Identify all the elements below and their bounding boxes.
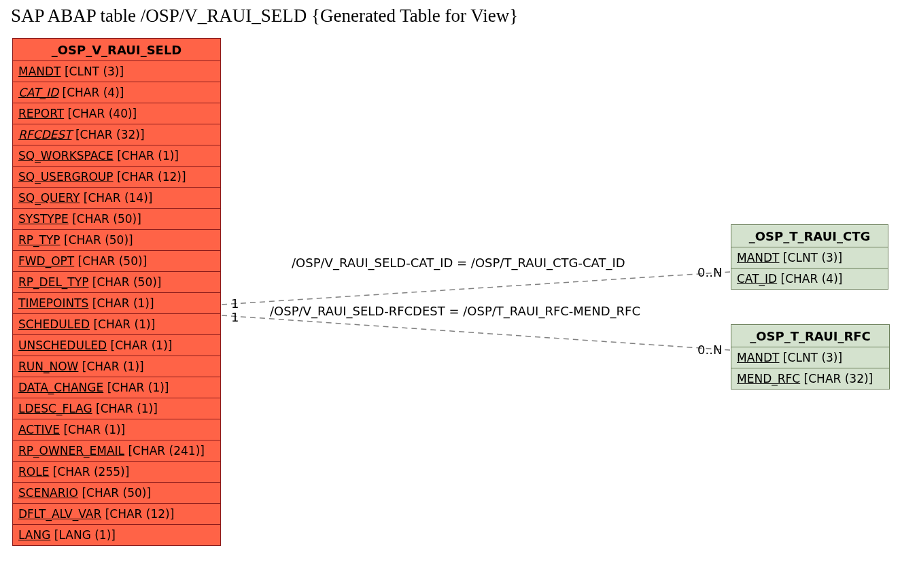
field-row: CAT_ID [CHAR (4)] xyxy=(13,82,220,103)
field-name: SQ_QUERY xyxy=(18,191,80,205)
field-type: [CHAR (1)] xyxy=(96,402,158,415)
field-type: [CLNT (3)] xyxy=(783,351,842,364)
page-title: SAP ABAP table /OSP/V_RAUI_SELD {Generat… xyxy=(11,5,518,27)
field-row: DFLT_ALV_VAR [CHAR (12)] xyxy=(13,504,220,525)
field-row: MANDT [CLNT (3)] xyxy=(13,61,220,82)
cardinality-right-2: 0..N xyxy=(697,343,722,357)
field-name: DFLT_ALV_VAR xyxy=(18,507,101,521)
field-name: REPORT xyxy=(18,107,64,120)
field-type: [CHAR (32)] xyxy=(75,128,145,141)
svg-line-1 xyxy=(222,315,730,350)
field-type: [CHAR (1)] xyxy=(117,149,179,162)
relationship-label-1: /OSP/V_RAUI_SELD-CAT_ID = /OSP/T_RAUI_CT… xyxy=(292,256,625,270)
field-name: SYSTYPE xyxy=(18,212,69,226)
field-name: FWD_OPT xyxy=(18,254,74,268)
entity-header: _OSP_T_RAUI_CTG xyxy=(731,225,888,247)
field-name: CAT_ID xyxy=(737,272,777,286)
field-name: DATA_CHANGE xyxy=(18,381,103,394)
field-type: [CHAR (1)] xyxy=(63,423,125,436)
field-type: [CHAR (50)] xyxy=(78,254,148,268)
field-row: MANDT [CLNT (3)] xyxy=(731,347,889,368)
field-row: MEND_RFC [CHAR (32)] xyxy=(731,368,889,389)
field-type: [CHAR (1)] xyxy=(111,339,173,352)
field-row: UNSCHEDULED [CHAR (1)] xyxy=(13,335,220,356)
field-type: [CHAR (1)] xyxy=(93,317,155,331)
entity-osp-v-raui-seld: _OSP_V_RAUI_SELD MANDT [CLNT (3)]CAT_ID … xyxy=(12,38,221,546)
field-row: SQ_WORKSPACE [CHAR (1)] xyxy=(13,145,220,167)
entity-osp-t-raui-ctg: _OSP_T_RAUI_CTG MANDT [CLNT (3)]CAT_ID [… xyxy=(731,224,888,290)
field-type: [CHAR (12)] xyxy=(105,507,175,521)
field-name: UNSCHEDULED xyxy=(18,339,107,352)
field-row: ACTIVE [CHAR (1)] xyxy=(13,419,220,440)
field-type: [CHAR (14)] xyxy=(84,191,153,205)
field-type: [LANG (1)] xyxy=(54,528,116,542)
field-name: MANDT xyxy=(737,251,780,264)
field-name: LDESC_FLAG xyxy=(18,402,92,415)
field-name: CAT_ID xyxy=(18,86,58,99)
field-type: [CLNT (3)] xyxy=(783,251,842,264)
field-name: RUN_NOW xyxy=(18,360,78,373)
field-row: RP_TYP [CHAR (50)] xyxy=(13,230,220,251)
cardinality-left-2: 1 xyxy=(231,310,239,324)
relationship-label-2: /OSP/V_RAUI_SELD-RFCDEST = /OSP/T_RAUI_R… xyxy=(270,304,640,318)
field-type: [CHAR (241)] xyxy=(128,444,204,457)
field-name: TIMEPOINTS xyxy=(18,296,88,310)
field-row: SCENARIO [CHAR (50)] xyxy=(13,483,220,504)
field-row: ROLE [CHAR (255)] xyxy=(13,462,220,483)
field-name: SCHEDULED xyxy=(18,317,90,331)
field-row: CAT_ID [CHAR (4)] xyxy=(731,269,888,289)
field-row: TIMEPOINTS [CHAR (1)] xyxy=(13,293,220,314)
field-name: RP_OWNER_EMAIL xyxy=(18,444,124,457)
field-name: ACTIVE xyxy=(18,423,60,436)
field-type: [CHAR (32)] xyxy=(804,372,873,385)
field-name: SQ_WORKSPACE xyxy=(18,149,114,162)
field-row: SCHEDULED [CHAR (1)] xyxy=(13,314,220,335)
field-type: [CHAR (50)] xyxy=(72,212,141,226)
field-type: [CHAR (12)] xyxy=(117,170,186,184)
field-name: MANDT xyxy=(18,65,61,78)
field-type: [CHAR (4)] xyxy=(781,272,843,286)
field-name: MEND_RFC xyxy=(737,372,800,385)
field-row: LDESC_FLAG [CHAR (1)] xyxy=(13,398,220,419)
field-name: SCENARIO xyxy=(18,486,78,500)
field-row: SYSTYPE [CHAR (50)] xyxy=(13,209,220,230)
field-name: LANG xyxy=(18,528,50,542)
svg-line-0 xyxy=(222,272,730,305)
cardinality-left-1: 1 xyxy=(231,296,239,311)
field-type: [CHAR (40)] xyxy=(68,107,137,120)
field-type: [CHAR (255)] xyxy=(53,465,129,479)
entity-header: _OSP_V_RAUI_SELD xyxy=(13,39,220,61)
field-name: RFCDEST xyxy=(18,128,71,141)
field-type: [CHAR (1)] xyxy=(107,381,169,394)
field-name: ROLE xyxy=(18,465,49,479)
field-type: [CLNT (3)] xyxy=(65,65,124,78)
field-name: SQ_USERGROUP xyxy=(18,170,114,184)
field-row: DATA_CHANGE [CHAR (1)] xyxy=(13,377,220,398)
cardinality-right-1: 0..N xyxy=(697,265,722,279)
entity-osp-t-raui-rfc: _OSP_T_RAUI_RFC MANDT [CLNT (3)]MEND_RFC… xyxy=(731,324,890,390)
field-name: MANDT xyxy=(737,351,780,364)
field-row: RUN_NOW [CHAR (1)] xyxy=(13,356,220,377)
field-type: [CHAR (50)] xyxy=(92,275,162,289)
field-row: FWD_OPT [CHAR (50)] xyxy=(13,251,220,272)
field-name: RP_TYP xyxy=(18,233,60,247)
entity-header: _OSP_T_RAUI_RFC xyxy=(731,325,889,347)
field-row: RP_OWNER_EMAIL [CHAR (241)] xyxy=(13,440,220,462)
field-row: SQ_QUERY [CHAR (14)] xyxy=(13,188,220,209)
field-row: RFCDEST [CHAR (32)] xyxy=(13,124,220,145)
field-row: RP_DEL_TYP [CHAR (50)] xyxy=(13,272,220,293)
field-type: [CHAR (4)] xyxy=(63,86,124,99)
field-row: MANDT [CLNT (3)] xyxy=(731,247,888,269)
field-type: [CHAR (1)] xyxy=(92,296,154,310)
field-row: REPORT [CHAR (40)] xyxy=(13,103,220,124)
field-row: LANG [LANG (1)] xyxy=(13,525,220,545)
field-type: [CHAR (50)] xyxy=(64,233,133,247)
field-type: [CHAR (1)] xyxy=(82,360,144,373)
field-type: [CHAR (50)] xyxy=(82,486,151,500)
field-name: RP_DEL_TYP xyxy=(18,275,88,289)
field-row: SQ_USERGROUP [CHAR (12)] xyxy=(13,167,220,188)
